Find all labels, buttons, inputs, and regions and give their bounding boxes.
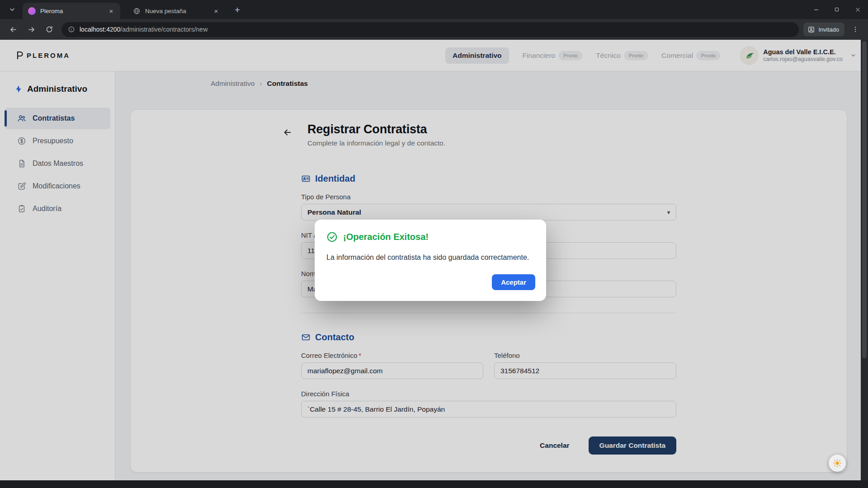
window-controls xyxy=(806,0,868,19)
globe-favicon-icon xyxy=(133,7,141,15)
browser-tab-pleroma[interactable]: Pleroma × xyxy=(23,3,120,19)
tab-close-icon[interactable]: × xyxy=(107,6,116,15)
forward-nav-button[interactable] xyxy=(24,22,39,37)
browser-toolbar: localhost:4200/administrative/contractor… xyxy=(0,19,868,40)
check-circle-icon xyxy=(326,231,338,243)
window-maximize-button[interactable] xyxy=(826,0,847,19)
browser-window: Pleroma × Nueva pestaña × + xyxy=(0,0,868,488)
profile-label: Invitado xyxy=(818,26,839,33)
dialog-message: La información del contratista ha sido g… xyxy=(326,253,535,263)
theme-toggle-button[interactable] xyxy=(829,455,846,472)
window-close-button[interactable] xyxy=(847,0,868,19)
dialog-header: ¡Operación Exitosa! xyxy=(326,231,535,243)
minimize-icon xyxy=(813,7,819,13)
arrow-left-icon xyxy=(9,25,18,34)
vertical-scrollbar[interactable] xyxy=(861,40,868,480)
chevron-down-icon xyxy=(9,6,15,13)
browser-tabstrip: Pleroma × Nueva pestaña × + xyxy=(0,0,868,19)
back-nav-button[interactable] xyxy=(5,22,21,37)
tab-search-button[interactable] xyxy=(5,2,20,17)
tab-close-icon[interactable]: × xyxy=(212,6,221,15)
new-tab-button[interactable]: + xyxy=(231,3,244,16)
reload-icon xyxy=(45,25,53,33)
tab-title: Pleroma xyxy=(40,8,107,14)
kebab-menu-icon xyxy=(852,26,859,33)
accept-button[interactable]: Aceptar xyxy=(492,274,535,290)
arrow-right-icon xyxy=(27,25,36,34)
browser-tab-new-page[interactable]: Nueva pestaña × xyxy=(127,3,225,19)
address-bar[interactable]: localhost:4200/administrative/contractor… xyxy=(61,22,799,37)
close-icon xyxy=(855,7,861,13)
guest-avatar-icon xyxy=(807,26,815,33)
window-minimize-button[interactable] xyxy=(806,0,826,19)
site-info-icon[interactable] xyxy=(68,26,75,33)
tab-title: Nueva pestaña xyxy=(145,8,212,14)
bottom-scroll-strip[interactable] xyxy=(0,480,868,488)
reload-button[interactable] xyxy=(42,22,57,37)
pleroma-favicon-icon xyxy=(28,7,36,15)
browser-menu-button[interactable] xyxy=(848,22,863,37)
sun-icon xyxy=(832,458,842,468)
web-page: PLEROMA Administrativo Financiero Pronto… xyxy=(0,40,868,480)
success-dialog: ¡Operación Exitosa! La información del c… xyxy=(315,220,546,301)
maximize-icon xyxy=(834,7,840,12)
profile-button[interactable]: Invitado xyxy=(803,23,844,36)
url-text: localhost:4200/administrative/contractor… xyxy=(80,26,208,33)
dialog-title: ¡Operación Exitosa! xyxy=(343,232,429,242)
scrollbar-thumb[interactable] xyxy=(862,41,867,358)
